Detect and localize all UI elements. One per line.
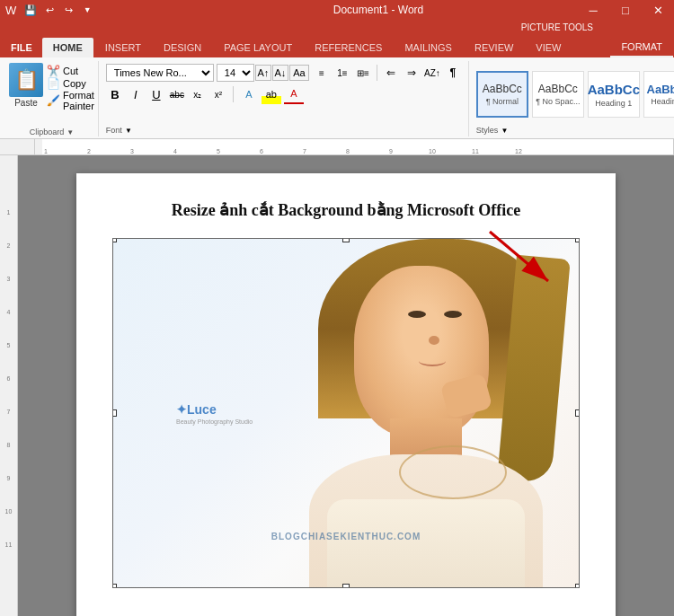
clipboard-group: 📋 Paste ✂️ Cut 📄 Copy 🖌️ Format Painter [5, 61, 99, 136]
tab-references[interactable]: REFERENCES [304, 38, 393, 57]
font-group: Times New Ro... 14 A↑ A↓ Aa ≡ 1≡ ⊞≡ ⇐ ⇒ … [101, 61, 469, 136]
font-color-button[interactable]: A [284, 84, 304, 104]
sort-button[interactable]: AZ↑ [422, 63, 442, 83]
styles-group: AaBbCc ¶ Normal AaBbCc ¶ No Spac... AaBb… [471, 61, 674, 136]
titlebar: W 💾 ↩ ↪ ▼ Document1 - Word ─ □ ✕ [0, 0, 674, 20]
style-normal-label: ¶ Normal [486, 97, 519, 106]
tab-view[interactable]: VIEW [525, 38, 572, 57]
font-size-select[interactable]: 14 [217, 64, 254, 82]
style-h2-preview: AaBbCc [647, 83, 674, 97]
document-page: Resize ảnh cắt Background bằng Microsoft… [76, 173, 616, 616]
format-painter-button[interactable]: 🖌️ Format Painter [47, 90, 94, 111]
style-normal-preview: AaBbCc [483, 83, 522, 95]
handle-bottom-middle[interactable] [342, 584, 350, 588]
text-effects-button[interactable]: A [239, 84, 259, 104]
font-name-select[interactable]: Times New Ro... [106, 64, 214, 82]
style-h1-preview: AaBbCc [588, 82, 640, 98]
style-nospace-preview: AaBbCc [538, 83, 578, 95]
font-size-increase-button[interactable]: A↑ [255, 65, 271, 81]
increase-indent-button[interactable]: ⇒ [402, 63, 421, 83]
red-arrow [481, 223, 571, 295]
vertical-ruler: 1 2 3 4 5 6 7 8 9 10 11 [0, 155, 18, 616]
handle-top-middle[interactable] [342, 238, 350, 242]
tab-design[interactable]: DESIGN [153, 38, 212, 57]
style-normal-button[interactable]: AaBbCc ¶ Normal [476, 71, 528, 118]
decrease-indent-button[interactable]: ⇐ [381, 63, 401, 83]
style-h2-label: Heading 2 [651, 97, 674, 106]
handle-top-right[interactable] [575, 238, 580, 242]
handle-middle-right[interactable] [575, 409, 580, 417]
show-hide-button[interactable]: ¶ [443, 63, 463, 83]
copy-label: Copy [63, 78, 86, 89]
paste-icon: 📋 [9, 63, 43, 97]
tab-insert[interactable]: INSERT [94, 38, 152, 57]
subscript-button[interactable]: x₂ [189, 85, 207, 103]
tab-review[interactable]: REVIEW [464, 38, 524, 57]
tab-format[interactable]: FORMAT [610, 38, 673, 57]
watermark: BLOGCHIASEKIENTHUC.COM [271, 530, 421, 542]
clipboard-label: Clipboard [30, 128, 65, 136]
bullet-list-button[interactable]: ≡ [312, 63, 332, 83]
styles-expand-icon[interactable]: ▼ [501, 127, 508, 135]
image-logo: ✦Luce Beauty Photography Studio [176, 402, 253, 425]
customize-icon[interactable]: ▼ [79, 2, 95, 18]
handle-middle-left[interactable] [112, 409, 117, 417]
page-title: Resize ảnh cắt Background bằng Microsoft… [112, 200, 580, 220]
clipboard-actions: ✂️ Cut 📄 Copy 🖌️ Format Painter [47, 63, 94, 111]
paste-button[interactable]: 📋 Paste [9, 63, 43, 111]
font-group-label: Font [106, 126, 122, 135]
ribbon-tabs: FILE HOME INSERT DESIGN PAGE LAYOUT REFE… [0, 34, 674, 57]
paste-label: Paste [14, 98, 38, 108]
tab-home[interactable]: HOME [42, 38, 93, 57]
save-icon[interactable]: 💾 [22, 2, 39, 18]
copy-button[interactable]: 📄 Copy [47, 77, 94, 90]
close-button[interactable]: ✕ [642, 0, 674, 20]
maximize-button[interactable]: □ [609, 0, 642, 20]
tab-page-layout[interactable]: PAGE LAYOUT [213, 38, 303, 57]
tab-mailings[interactable]: MAILINGS [394, 38, 463, 57]
picture-tools-label: PICTURE TOOLS [512, 22, 602, 33]
tab-file[interactable]: FILE [2, 38, 41, 57]
style-h1-label: Heading 1 [595, 99, 632, 108]
document-title: Document1 - Word [180, 4, 577, 16]
font-expand-icon[interactable]: ▼ [125, 127, 132, 135]
format-painter-icon: 🖌️ [47, 94, 60, 107]
cut-icon: ✂️ [47, 65, 60, 77]
numbered-list-button[interactable]: 1≡ [333, 63, 352, 83]
strikethrough-button[interactable]: abc [168, 85, 186, 103]
minimize-button[interactable]: ─ [577, 0, 609, 20]
handle-bottom-left[interactable] [112, 584, 117, 588]
style-h2-button[interactable]: AaBbCc Heading 2 [643, 71, 674, 118]
bold-button[interactable]: B [106, 85, 124, 103]
format-painter-label: Format Painter [63, 90, 94, 111]
redo-icon[interactable]: ↪ [60, 2, 76, 18]
underline-button[interactable]: U [147, 85, 165, 103]
styles-group-label: Styles [476, 126, 499, 135]
text-highlight-button[interactable]: ab [262, 84, 281, 104]
copy-icon: 📄 [47, 77, 60, 90]
cut-label: Cut [63, 66, 78, 76]
style-nospace-label: ¶ No Spac... [536, 97, 580, 106]
clipboard-expand-icon[interactable]: ▼ [67, 128, 74, 136]
handle-top-left[interactable] [112, 238, 117, 242]
handle-bottom-right[interactable] [575, 584, 580, 588]
picture-tools-bar: PICTURE TOOLS [0, 20, 674, 34]
style-nospace-button[interactable]: AaBbCc ¶ No Spac... [532, 71, 584, 118]
ribbon: 📋 Paste ✂️ Cut 📄 Copy 🖌️ Format Painter [0, 57, 674, 139]
clear-formatting-button[interactable]: Aa [289, 65, 309, 81]
ruler: 1 2 3 4 5 6 7 8 9 10 11 12 [0, 139, 674, 155]
italic-button[interactable]: I [127, 85, 145, 103]
document-area: 1 2 3 4 5 6 7 8 9 10 11 Resize ảnh cắt B… [0, 155, 674, 616]
undo-icon[interactable]: ↩ [41, 2, 58, 18]
style-h1-button[interactable]: AaBbCc Heading 1 [588, 71, 640, 118]
svg-line-1 [490, 232, 548, 281]
cut-button[interactable]: ✂️ Cut [47, 65, 94, 77]
word-logo-icon: W [5, 4, 16, 17]
font-size-decrease-button[interactable]: A↓ [272, 65, 288, 81]
superscript-button[interactable]: x² [209, 85, 227, 103]
multilevel-list-button[interactable]: ⊞≡ [353, 63, 373, 83]
